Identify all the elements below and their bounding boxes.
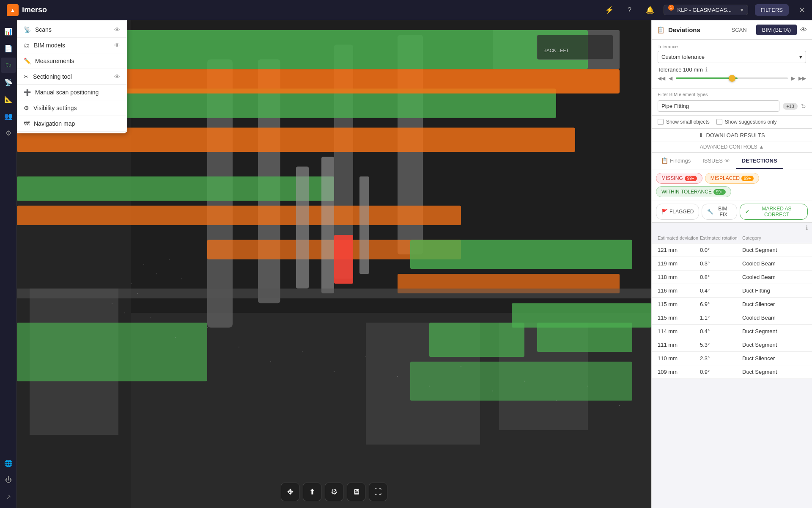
refresh-icon[interactable]: ↻ [801,103,806,110]
sidebar-icon-document[interactable]: 📄 [1,41,16,56]
svg-rect-20 [512,303,651,328]
slider-last-icon[interactable]: ▶▶ [798,75,806,81]
table-row[interactable]: 118 mm 0.8° Cooled Beam [652,271,812,284]
tolerance-select[interactable]: Custom tolerance ▾ [658,51,806,63]
menu-item-nav-map[interactable]: 🗺 Navigation map [17,116,127,132]
table-row[interactable]: 121 mm 0.0° Duct Segment [652,243,812,257]
svg-rect-13 [17,177,334,201]
sidebar-icon-radar[interactable]: 📡 [1,75,16,90]
svg-rect-24 [296,167,309,289]
filter-within-tolerance-button[interactable]: WITHIN TOLERANCE 99+ [656,186,731,197]
filter-missing-button[interactable]: MISSING 99+ [656,173,702,184]
finding-filter-buttons: MISSING 99+ MISPLACED 99+ WITHIN TOLERAN… [652,169,812,201]
table-row[interactable]: 116 mm 0.4° Duct Fitting [652,284,812,298]
bolt-icon[interactable]: ⚡ [603,3,616,17]
table-row[interactable]: 114 mm 0.4° Duct Segment [652,325,812,338]
menu-item-measurements[interactable]: ✏️ Measurements [17,53,127,69]
table-row[interactable]: 111 mm 5.3° Duct Segment [652,338,812,352]
logo-text: imerso [22,6,47,14]
menu-item-scans[interactable]: 📡 Scans 👁 [17,22,127,38]
sidebar-icon-globe[interactable]: 🌐 [1,456,16,471]
info-icon[interactable]: ℹ [705,66,708,73]
findings-info-icon[interactable]: ℹ [806,224,808,231]
table-row[interactable]: 109 mm 0.9° Duct Segment [652,365,812,379]
marked-correct-button[interactable]: ✔ MARKED AS CORRECT [740,204,808,220]
fullscreen-icon[interactable]: ⛶ [369,483,387,501]
sidebar-icon-layers[interactable]: 🗂 [1,58,16,73]
menu-item-bim[interactable]: 🗂 BIM models 👁 [17,38,127,53]
tab-issues-label: ISSUES [702,157,723,164]
menu-item-manual-scan[interactable]: ➕ Manual scan positioning [17,85,127,100]
cell-rotation: 0.8° [700,274,742,280]
scans-eye-icon[interactable]: 👁 [114,26,120,33]
download-row: ⬇ DOWNLOAD RESULTS [652,129,812,141]
rotate-icon[interactable]: ✥ [281,483,299,501]
flagged-button[interactable]: 🚩 FLAGGED [656,204,699,220]
help-icon[interactable]: ? [623,3,636,17]
sidebar-icon-settings[interactable]: ⚙ [1,125,16,141]
svg-point-49 [492,391,493,392]
table-row[interactable]: 115 mm 6.9° Duct Silencer [652,298,812,311]
cell-rotation: 6.9° [700,301,742,307]
show-small-checkbox[interactable] [658,119,664,125]
filter-bim-label: Filter BIM element types [658,92,806,97]
sidebar-icon-ruler[interactable]: 📐 [1,91,16,107]
menu-sectioning-label: Sectioning tool [33,73,72,80]
close-icon[interactable]: ✕ [799,6,805,15]
cell-category: Duct Segment [742,369,806,375]
table-row[interactable]: 115 mm 1.1° Cooled Beam [652,311,812,325]
table-row[interactable]: 119 mm 0.3° Cooled Beam [652,257,812,271]
download-button[interactable]: ⬇ DOWNLOAD RESULTS [699,132,765,138]
slider-prev-icon[interactable]: ◀ [669,75,672,81]
svg-point-47 [429,386,430,387]
tolerance-slider[interactable] [676,77,788,79]
sectioning-eye-icon[interactable]: 👁 [114,73,120,80]
sidebar-icon-power[interactable]: ⏻ [1,472,16,488]
bim-eye-icon[interactable]: 👁 [114,42,120,49]
show-suggestions-row[interactable]: Show suggestions only [716,119,777,125]
sidebar-icon-chart[interactable]: 📊 [1,24,16,39]
svg-point-32 [169,259,170,260]
left-icon-bar: 📊 📄 🗂 📡 📐 👥 ⚙ 🌐 ⏻ ↗ [0,20,17,508]
tab-issues[interactable]: ISSUES 👁 [697,153,736,169]
svg-point-44 [334,371,335,372]
menu-item-visibility[interactable]: ⚙ Visibility settings [17,100,127,116]
notif-icon[interactable]: 🔔 [643,3,657,17]
issues-eye-icon[interactable]: 👁 [724,157,730,164]
sidebar-icon-users[interactable]: 👥 [1,108,16,124]
filter-misplaced-button[interactable]: MISPLACED 99+ [705,173,759,184]
tab-detections[interactable]: DETECTIONS [736,153,783,169]
svg-point-43 [302,351,303,352]
misplaced-count: 99+ [741,176,754,181]
table-row[interactable]: 110 mm 2.3° Duct Silencer [652,352,812,365]
svg-point-36 [124,312,125,313]
cell-deviation: 114 mm [658,328,700,334]
show-small-row[interactable]: Show small objects [658,119,710,125]
tab-scan-button[interactable]: SCAN [726,25,753,35]
project-selector[interactable]: 1 KLP - GLASMAGAS... ▾ [664,5,748,15]
within-label: WITHIN TOLERANCE [661,189,712,195]
slider-thumb[interactable] [729,75,735,82]
sidebar-icon-arrow[interactable]: ↗ [1,489,16,505]
menu-item-sectioning[interactable]: ✂ Sectioning tool 👁 [17,69,127,85]
show-suggestions-checkbox[interactable] [716,119,722,125]
topbar: ▲ imerso ⚡ ? 🔔 1 KLP - GLASMAGAS... ▾ FI… [0,0,812,20]
bimfix-button[interactable]: 🔧 BIM-FIX [702,204,737,220]
settings-icon[interactable]: ⚙ [325,483,343,501]
slider-first-icon[interactable]: ◀◀ [658,75,665,81]
filter-bim-select[interactable]: Pipe Fitting [658,100,779,112]
tab-findings[interactable]: 📋 Findings [655,153,697,169]
slider-next-icon[interactable]: ▶ [791,75,795,81]
cell-rotation: 0.3° [700,260,742,267]
up-icon[interactable]: ⬆ [303,483,321,501]
advanced-controls-row[interactable]: ADVANCED CONTROLS ▲ [652,141,812,153]
tab-bim-button[interactable]: BIM (BETA) [756,25,797,35]
monitor-icon[interactable]: 🖥 [347,483,365,501]
deviations-eye-icon[interactable]: 👁 [800,26,807,34]
cell-deviation: 121 mm [658,247,700,253]
logo-icon: ▲ [7,4,19,16]
svg-point-42 [270,361,271,362]
menu-measurements-label: Measurements [35,58,74,64]
filters-button[interactable]: FILTERS [755,4,789,16]
svg-rect-17 [207,240,461,259]
